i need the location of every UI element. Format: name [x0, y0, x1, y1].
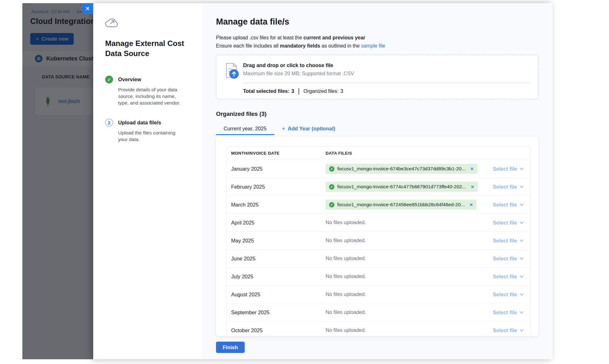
select-file-label: Select file [493, 274, 517, 280]
chevron-down-icon [520, 168, 524, 170]
instruction-line-1: Please upload .csv files for at least th… [216, 34, 538, 42]
chevron-down-icon [520, 275, 524, 278]
table-row: October 2025 No files uploaded. Select f… [227, 321, 531, 336]
column-header-month: MONTH/INVOICE DATE [227, 146, 321, 160]
page: Account: CCM-NG›Set Cloud Integration + … [0, 0, 609, 364]
chevron-down-icon [520, 329, 524, 332]
organized-files-value: 3 [340, 88, 343, 94]
panel-title: Manage data file/s [216, 17, 538, 27]
chevron-down-icon [520, 221, 524, 224]
file-chip: ✓focusv1_mongo-invoice-6774c477b667901d7… [326, 182, 478, 192]
select-file-button[interactable]: Select file [493, 310, 524, 316]
step-description: Upload the files containing your data. [118, 129, 185, 143]
step-description: Provide details of your data source, inc… [118, 86, 185, 106]
step-overview[interactable]: ✓ Overview Provide details of your data … [105, 76, 189, 106]
select-file-button[interactable]: Select file [493, 220, 524, 226]
month-cell: June 2025 [231, 256, 255, 261]
select-file-button[interactable]: Select file [493, 202, 524, 208]
step-number-badge: 2 [105, 119, 113, 127]
select-file-label: Select file [493, 184, 517, 190]
table-row: September 2025 No files uploaded. Select… [227, 303, 531, 321]
file-dropzone[interactable]: Drag and drop or click to choose file Ma… [216, 55, 538, 99]
column-header-actions [478, 146, 531, 160]
file-chip: ✓focusv1_mongo-invoice-672456ee851bbb28c… [326, 200, 476, 210]
tab-current-year[interactable]: Current year, 2025 [216, 123, 274, 135]
remove-file-icon[interactable]: ✕ [471, 185, 474, 189]
month-cell: October 2025 [231, 327, 263, 333]
dropzone-divider [243, 83, 530, 83]
totals-divider [299, 88, 299, 94]
select-file-button[interactable]: Select file [493, 274, 524, 280]
remove-file-icon[interactable]: ✕ [470, 202, 473, 207]
step-title: Overview [118, 77, 141, 82]
select-file-button[interactable]: Select file [493, 166, 524, 172]
table-row: January 2025 ✓focusv1_mongo-invoice-674b… [227, 160, 531, 178]
file-name: focusv1_mongo-invoice-672456ee851bbb28c6… [337, 202, 465, 208]
select-file-label: Select file [493, 292, 517, 298]
remove-file-icon[interactable]: ✕ [470, 167, 474, 171]
drawer-title: Manage External Cost Data Source [105, 38, 185, 59]
add-year-label: Add Year (optional) [288, 126, 335, 132]
chevron-down-icon [520, 293, 524, 296]
empty-files-text: No files uploaded. [326, 238, 366, 243]
table-row: May 2025 No files uploaded. Select file [227, 231, 531, 249]
select-file-label: Select file [493, 256, 517, 262]
select-file-label: Select file [493, 202, 517, 208]
select-file-button[interactable]: Select file [493, 327, 524, 333]
dropzone-subtitle: Maximum file size 20 MB; Supported forma… [243, 71, 354, 77]
select-file-label: Select file [493, 220, 517, 226]
empty-files-text: No files uploaded. [326, 292, 366, 297]
file-chip: ✓focusv1_mongo-invoice-674be3ce47c73d37d… [326, 164, 477, 174]
month-cell: September 2025 [231, 310, 270, 315]
plus-icon: + [282, 125, 285, 132]
table-row: April 2025 No files uploaded. Select fil… [227, 213, 531, 231]
step-title: Upload data file/s [118, 120, 161, 126]
month-cell: February 2025 [231, 184, 265, 190]
total-selected-value: 3 [291, 88, 294, 94]
organized-files-card: MONTH/INVOICE DATE DATA FILE/S January 2… [216, 137, 538, 336]
select-file-button[interactable]: Select file [493, 184, 524, 190]
upload-file-icon [222, 61, 242, 81]
select-file-label: Select file [493, 327, 517, 333]
month-cell: March 2025 [231, 202, 259, 208]
select-file-button[interactable]: Select file [493, 292, 524, 298]
column-header-datafiles: DATA FILE/S [321, 146, 478, 160]
finish-button[interactable]: Finish [216, 342, 245, 353]
organized-files-heading: Organized files (3) [216, 111, 538, 117]
files-table: MONTH/INVOICE DATE DATA FILE/S January 2… [226, 146, 531, 336]
select-file-button[interactable]: Select file [493, 256, 524, 262]
month-cell: January 2025 [231, 166, 263, 172]
year-tabs: Current year, 2025 + Add Year (optional) [216, 123, 538, 135]
instructions: Please upload .csv files for at least th… [216, 34, 538, 50]
manage-data-source-drawer: ✕ Manage External Cost Data Source ✓ Ove… [93, 3, 553, 359]
month-cell: July 2025 [231, 274, 253, 279]
select-file-button[interactable]: Select file [493, 238, 524, 244]
sample-file-link[interactable]: sample file [361, 43, 385, 48]
instruction-line-2: Ensure each file includes all mandatory … [216, 42, 538, 50]
empty-files-text: No files uploaded. [326, 256, 366, 261]
check-icon: ✓ [329, 202, 334, 208]
steps-list: ✓ Overview Provide details of your data … [105, 76, 189, 143]
select-file-label: Select file [493, 166, 517, 172]
wizard-stepper-panel: Manage External Cost Data Source ✓ Overv… [93, 3, 202, 359]
table-row: June 2025 No files uploaded. Select file [227, 249, 531, 267]
month-cell: April 2025 [231, 220, 254, 225]
chevron-down-icon [520, 257, 524, 260]
chevron-down-icon [520, 239, 524, 242]
add-year-button[interactable]: + Add Year (optional) [274, 123, 343, 135]
table-row: August 2025 No files uploaded. Select fi… [227, 285, 531, 303]
file-name: focusv1_mongo-invoice-6774c477b667901d77… [337, 184, 466, 190]
upload-files-panel: Manage data file/s Please upload .csv fi… [202, 3, 553, 359]
month-cell: May 2025 [231, 238, 254, 243]
file-totals: Total selected files: 3 Organized files:… [243, 88, 343, 94]
check-icon: ✓ [329, 184, 334, 190]
step-upload-data-files[interactable]: 2 Upload data file/s Upload the files co… [105, 119, 189, 143]
month-cell: August 2025 [231, 292, 260, 297]
table-row: February 2025 ✓focusv1_mongo-invoice-677… [227, 178, 531, 196]
close-button[interactable]: ✕ [82, 3, 93, 14]
organized-files-label: Organized files: [304, 88, 339, 94]
chevron-down-icon [520, 311, 524, 314]
empty-files-text: No files uploaded. [326, 220, 366, 225]
table-row: March 2025 ✓focusv1_mongo-invoice-672456… [227, 196, 531, 213]
check-icon: ✓ [329, 166, 334, 172]
